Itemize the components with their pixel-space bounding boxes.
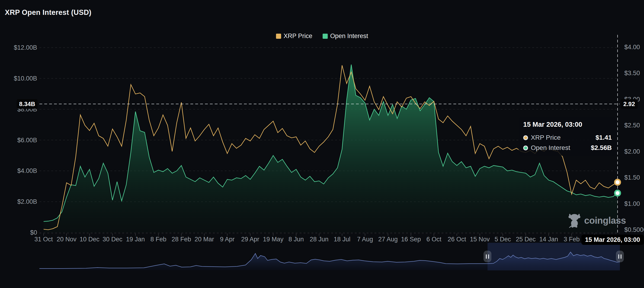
xrp-price-endpoint-marker-center bbox=[616, 180, 620, 184]
left-axis-labels: $12.00B$10.00B$8.00B$6.00B$4.00B$2.00B$0 bbox=[14, 44, 37, 236]
pause-bar-icon bbox=[488, 254, 489, 259]
right-axis-labels: $4.00$3.50$3.00$2.50$2.00$1.50$1.00$0.50… bbox=[624, 44, 644, 233]
tooltip-date: 15 Mar 2026, 03:00 bbox=[523, 121, 612, 128]
x-axis-tick-label: 25 Dec bbox=[516, 236, 536, 243]
open-interest-dot-icon bbox=[523, 146, 528, 150]
x-axis-tick-label: 15 Nov bbox=[470, 236, 490, 243]
legend-item-xrp-price[interactable]: XRP Price bbox=[276, 33, 312, 40]
x-axis-tick-label: 30 Dec bbox=[102, 236, 122, 243]
coinglass-watermark: coinglass bbox=[568, 213, 626, 228]
x-axis-tick-label: 7 Aug bbox=[357, 236, 373, 243]
pause-bar-icon bbox=[618, 254, 619, 259]
page-root: XRP Open Interest (USD) XRP Price Open I… bbox=[0, 0, 644, 288]
tooltip-row-open-interest: Open Interest $2.56B bbox=[523, 144, 612, 152]
right-axis-tick-label: $1.50 bbox=[624, 174, 640, 181]
x-axis-tick-label: 14 Jan bbox=[539, 236, 558, 243]
crosshair-date-box: 15 Mar 2026, 03:00 bbox=[582, 235, 644, 245]
x-axis-tick-label: 16 Sep bbox=[401, 236, 421, 243]
page-title: XRP Open Interest (USD) bbox=[5, 8, 91, 17]
coinglass-bull-icon bbox=[568, 213, 581, 228]
x-axis-tick-label: 5 Dec bbox=[495, 236, 511, 243]
navigator-handle-left[interactable] bbox=[484, 251, 492, 262]
open-interest-swatch-icon bbox=[322, 34, 328, 39]
open-interest-endpoint-marker-center bbox=[616, 191, 620, 195]
x-axis-tick-label: 19 Jan bbox=[126, 236, 145, 243]
pause-bar-icon bbox=[486, 254, 487, 259]
xrp-price-dot-icon bbox=[523, 135, 528, 140]
x-axis-labels: 31 Oct20 Nov10 Dec30 Dec19 Jan8 Feb28 Fe… bbox=[34, 233, 604, 243]
x-axis-tick-label: 6 Oct bbox=[426, 236, 442, 243]
x-axis-tick-label: 28 Feb bbox=[172, 236, 191, 243]
x-axis-tick-label: 8 Feb bbox=[150, 236, 166, 243]
right-axis-tick-label: $3.50 bbox=[624, 70, 640, 77]
x-axis-tick-label: 27 Aug bbox=[378, 236, 398, 243]
right-axis-tick-label: $2.50 bbox=[624, 122, 640, 129]
navigator-handle-right[interactable] bbox=[616, 251, 624, 262]
tooltip-value-open-interest: $2.56B bbox=[591, 144, 612, 152]
x-axis-tick-label: 3 Feb bbox=[564, 236, 580, 243]
left-axis-tick-label: $12.00B bbox=[14, 44, 37, 51]
right-axis-tick-label: $2.00 bbox=[624, 148, 640, 155]
x-axis-tick-label: 31 Oct bbox=[34, 236, 53, 243]
crosshair-left-value-box: 8.34B bbox=[17, 99, 38, 109]
xrp-price-swatch-icon bbox=[276, 34, 281, 39]
left-axis-tick-label: $2.00B bbox=[17, 198, 37, 205]
x-axis-tick-label: 19 May bbox=[263, 236, 284, 243]
tooltip-label-xrp-price: XRP Price bbox=[531, 134, 596, 141]
pause-bar-icon bbox=[620, 254, 622, 259]
tooltip-value-xrp-price: $1.41 bbox=[596, 134, 612, 141]
right-axis-tick-label: $4.00 bbox=[624, 44, 640, 51]
x-axis-tick-label: 28 Jun bbox=[310, 236, 328, 243]
right-axis-tick-label: $0.5000 bbox=[624, 226, 644, 233]
left-axis-tick-label: $0 bbox=[30, 229, 37, 236]
left-axis-tick-label: $6.00B bbox=[17, 137, 37, 144]
x-axis-tick-label: 18 Jul bbox=[334, 236, 350, 243]
legend-item-open-interest[interactable]: Open Interest bbox=[322, 33, 368, 40]
left-axis-tick-label: $10.00B bbox=[14, 75, 37, 82]
x-axis-tick-label: 8 Jun bbox=[288, 236, 304, 243]
legend: XRP Price Open Interest bbox=[276, 33, 368, 40]
legend-label-open-interest: Open Interest bbox=[330, 33, 368, 40]
right-axis-tick-label: $1.00 bbox=[624, 200, 640, 207]
tooltip: 15 Mar 2026, 03:00 XRP Price $1.41 Open … bbox=[518, 117, 616, 156]
x-axis-tick-label: 20 Nov bbox=[56, 236, 76, 243]
legend-label-xrp-price: XRP Price bbox=[284, 33, 312, 40]
x-axis-tick-label: 20 Mar bbox=[194, 236, 214, 243]
x-axis-tick-label: 29 Apr bbox=[241, 236, 259, 243]
x-axis-tick-label: 9 Apr bbox=[220, 236, 234, 243]
tooltip-row-xrp-price: XRP Price $1.41 bbox=[523, 134, 612, 141]
watermark-text: coinglass bbox=[584, 215, 626, 226]
crosshair-right-value-box: 2.92 bbox=[620, 99, 638, 109]
left-axis-tick-label: $4.00B bbox=[17, 167, 37, 174]
tooltip-label-open-interest: Open Interest bbox=[531, 144, 591, 152]
x-axis-tick-label: 10 Dec bbox=[80, 236, 100, 243]
x-axis-tick-label: 26 Oct bbox=[448, 236, 466, 243]
